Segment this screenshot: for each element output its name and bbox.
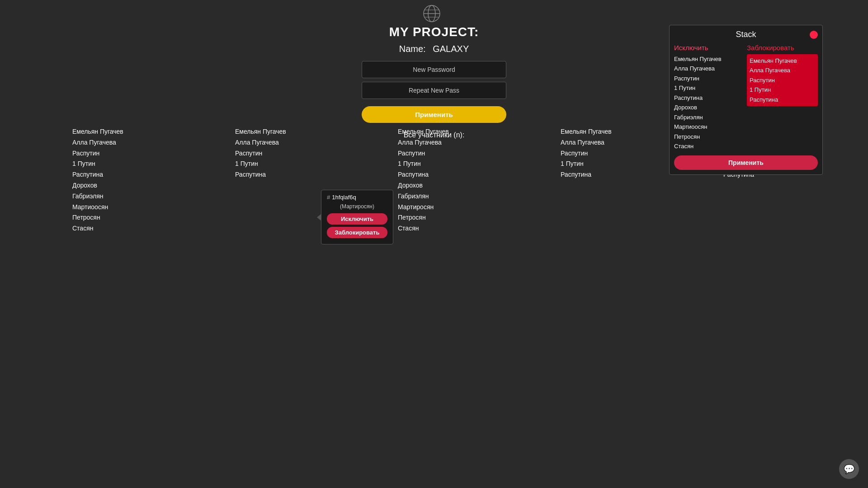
list-item: Распутина (72, 169, 145, 180)
list-item: Распутина (235, 169, 307, 180)
stack-exclude-header: Исключить (674, 44, 745, 52)
stack-block-items: Емельян Пугачев Алла Пугачева Распутин 1… (747, 54, 818, 106)
stack-title: Stack (682, 30, 810, 39)
list-item: Габриэлян (674, 113, 745, 122)
popup-member-name: (Мартиросян) (327, 203, 387, 210)
popup-hash: # (327, 194, 330, 201)
list-item: 1 Путин (398, 159, 470, 169)
popup-block-button[interactable]: Заблокировать (327, 227, 387, 238)
list-item: Алла Пугачева (72, 137, 145, 148)
list-item: Емельян Пугачев (561, 127, 633, 137)
list-item: Емельян Пугачев (750, 56, 815, 66)
main-panel: MY PROJECT: Name: GALAXY Применить Все у… (339, 25, 529, 139)
list-item: Стасян (674, 141, 745, 151)
list-item: Алла Пугачева (398, 137, 470, 148)
name-label: Name: (399, 44, 426, 54)
list-item: Распутина (561, 169, 633, 180)
participant-column-3: Емельян Пугачев Алла Пугачева Распутин 1… (398, 127, 470, 234)
list-item: Габриэлян (398, 191, 470, 202)
list-item: Емельян Пугачев (674, 54, 745, 64)
list-item: Емельян Пугачев (72, 127, 145, 137)
name-row: Name: GALAXY (399, 44, 469, 54)
list-item: Дорохов (674, 103, 745, 112)
list-item: 1 Путин (561, 159, 633, 169)
member-popup: # (Мартиросян) Исключить Заблокировать (321, 190, 393, 244)
list-item: Емельян Пугачев (398, 127, 470, 137)
list-item: Распутин (561, 148, 633, 159)
member-popup-header: # (327, 194, 387, 201)
list-item: 1 Путин (674, 83, 745, 93)
list-item: Распутина (750, 95, 815, 104)
list-item: Алла Пугачева (561, 137, 633, 148)
list-item: Габриэлян (72, 191, 145, 202)
list-item: Распутин (398, 148, 470, 159)
popup-exclude-button[interactable]: Исключить (327, 213, 387, 225)
list-item: 1 Путин (235, 159, 307, 169)
list-item: Мартиоосян (674, 122, 745, 131)
stack-block-column: Заблокировать Емельян Пугачев Алла Пугач… (747, 44, 818, 151)
list-item: Петросян (674, 132, 745, 141)
apply-button-main[interactable]: Применить (362, 106, 506, 123)
stack-exclude-column: Исключить Емельян Пугачев Алла Пугачева … (674, 44, 745, 151)
list-item: Алла Пугачева (750, 66, 815, 75)
participant-column-2: Емельян Пугачев Алла Пугачева Распутин 1… (235, 127, 307, 234)
list-item: Распутина (674, 93, 745, 103)
stack-panel: Stack Исключить Емельян Пугачев Алла Пуг… (669, 25, 823, 175)
stack-red-dot (810, 31, 818, 39)
name-value: GALAXY (433, 44, 469, 54)
list-item: Распутин (235, 148, 307, 159)
list-item: Мартиоосян (72, 202, 145, 213)
popup-id-input[interactable] (332, 194, 382, 201)
list-item: Распутина (398, 169, 470, 180)
list-item: 1 Путин (72, 159, 145, 169)
list-item: Распутин (72, 148, 145, 159)
participant-column-1: Емельян Пугачев Алла Пугачева Распутин 1… (72, 127, 145, 234)
list-item: Алла Пугачева (235, 137, 307, 148)
stack-columns: Исключить Емельян Пугачев Алла Пугачева … (674, 44, 818, 151)
new-password-input[interactable] (362, 61, 506, 78)
list-item: Распутин (750, 75, 815, 85)
chat-icon[interactable]: 💬 (839, 459, 859, 479)
repeat-password-input[interactable] (362, 82, 506, 99)
list-item: Дорохов (72, 180, 145, 191)
list-item: Петросян (72, 212, 145, 223)
stack-header: Stack (674, 30, 818, 39)
list-item: Стасян (72, 223, 145, 234)
list-item: Алла Пугачева (674, 64, 745, 73)
list-item: Петросян (398, 212, 470, 223)
list-item: Дорохов (398, 180, 470, 191)
stack-block-header: Заблокировать (747, 44, 818, 52)
list-item: Распутин (674, 74, 745, 83)
list-item: 1 Путин (750, 85, 815, 94)
stack-exclude-items: Емельян Пугачев Алла Пугачева Распутин 1… (674, 54, 745, 151)
popup-arrow (317, 214, 321, 221)
stack-apply-button[interactable]: Применить (674, 155, 818, 170)
list-item: Мартиросян (398, 202, 470, 213)
list-item: Стасян (398, 223, 470, 234)
list-item: Емельян Пугачев (235, 127, 307, 137)
project-title: MY PROJECT: (389, 25, 479, 39)
participant-column-4: Емельян Пугачев Алла Пугачева Распутин 1… (561, 127, 633, 234)
logo (423, 5, 445, 27)
